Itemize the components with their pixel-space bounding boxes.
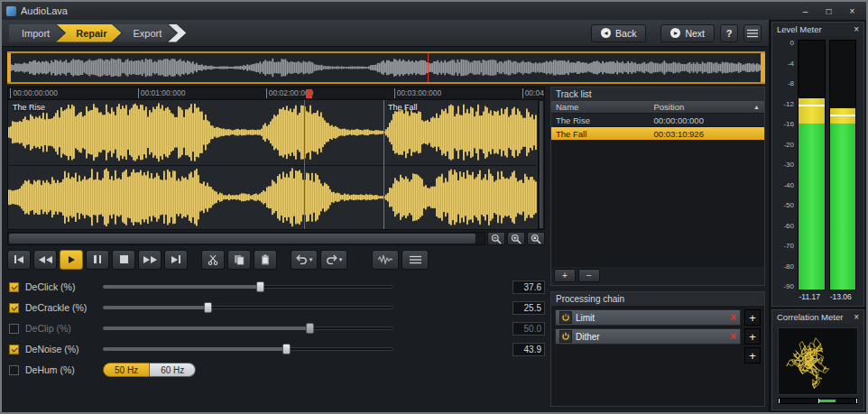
undo-dropdown-icon[interactable]: ▾ [309, 256, 313, 263]
horizontal-scrollbar[interactable] [7, 232, 485, 245]
delete-dither-icon[interactable]: × [730, 330, 736, 343]
rewind-button[interactable] [33, 250, 57, 270]
close-correlation-meter-icon[interactable]: × [854, 310, 859, 324]
power-icon [561, 332, 570, 341]
denoise-slider[interactable] [103, 344, 393, 354]
limit-power-toggle[interactable] [559, 311, 572, 324]
overview-strip[interactable] [7, 51, 765, 84]
dither-power-toggle[interactable] [559, 330, 572, 343]
decrackle-row: DeCrackle (%) 25.5 [9, 299, 545, 317]
column-header-position[interactable]: Position [653, 102, 753, 112]
app-title: AudioLava [21, 5, 68, 16]
declip-slider[interactable] [103, 323, 393, 334]
app-window: AudioLava – □ × Import Repair Export ◂ B… [0, 0, 868, 414]
decrackle-label: DeCrackle (%) [25, 302, 103, 313]
declick-checkbox[interactable] [9, 282, 19, 292]
correlation-scatter [779, 328, 857, 394]
play-icon [69, 256, 75, 263]
stop-button[interactable] [112, 250, 135, 270]
processing-chain-panel: Processing chain Limit × [550, 291, 765, 407]
declip-slider-thumb[interactable] [306, 323, 314, 334]
decrackle-value: 25.5 [512, 301, 545, 315]
close-level-meter-icon[interactable]: × [854, 23, 859, 36]
waveform-display[interactable]: The Rise The Fall [7, 99, 545, 230]
rewind-icon [39, 256, 52, 263]
fast-forward-icon [143, 256, 157, 263]
meter-values: -11.17 -13.06 [794, 292, 856, 304]
wizard-step-export[interactable]: Export [113, 24, 176, 42]
timeline-ruler[interactable]: 00:00:00:000 00:01:00:000 00:02:00:000 0… [7, 87, 545, 99]
decrackle-slider-thumb[interactable] [204, 302, 212, 313]
playhead-cursor[interactable] [304, 100, 305, 229]
remove-track-button[interactable]: − [578, 269, 600, 282]
overview-left-handle[interactable] [7, 53, 11, 82]
decrackle-checkbox[interactable] [9, 303, 19, 313]
level-meter-body: 0-4-8-12-16-20-30-40-50-60-70-80-90 [772, 36, 863, 292]
column-header-name[interactable]: Name [556, 102, 653, 112]
track-row-the-fall[interactable]: The Fall 00:03:10:926 [551, 127, 764, 141]
wizard-step-repair[interactable]: Repair [56, 24, 121, 42]
timeline-playhead-marker[interactable] [306, 89, 312, 98]
maximize-button[interactable]: □ [817, 5, 840, 18]
vertical-scrollbar[interactable] [538, 100, 544, 229]
correlation-meter-panel: Correlation Meter × [771, 309, 864, 410]
play-button[interactable] [60, 250, 83, 270]
zoom-out-button[interactable] [487, 232, 505, 245]
marker-list-button[interactable] [402, 250, 429, 270]
back-arrow-icon: ◂ [601, 28, 611, 38]
skip-start-button[interactable] [7, 250, 31, 270]
denoise-slider-thumb[interactable] [282, 344, 291, 354]
skip-end-button[interactable] [164, 250, 188, 270]
track-list-header[interactable]: Name Position ▲ [551, 101, 764, 114]
correlation-meter-title-label: Correlation Meter [777, 310, 843, 324]
add-processor-button[interactable]: + [744, 309, 761, 326]
zoom-in-button[interactable] [507, 232, 525, 245]
copy-button[interactable] [227, 250, 251, 270]
back-button[interactable]: ◂ Back [591, 24, 646, 42]
horizontal-scrollbar-thumb[interactable] [9, 234, 476, 244]
dehum-checkbox[interactable] [9, 365, 19, 375]
track-position: 00:03:10:926 [653, 129, 760, 139]
overview-waveform [7, 53, 765, 82]
redo-button[interactable]: ▾ [320, 250, 347, 270]
waveform-view-button[interactable] [372, 250, 399, 270]
add-processor-button[interactable]: + [744, 328, 761, 345]
next-button[interactable]: ▸ Next [660, 24, 715, 42]
paste-button[interactable] [254, 250, 277, 270]
decrackle-slider[interactable] [103, 302, 393, 313]
declip-checkbox[interactable] [9, 324, 19, 334]
menu-button[interactable] [743, 24, 762, 42]
vertical-scrollbar-thumb[interactable] [540, 101, 543, 228]
timeline-tick: 00:01:00:000 [138, 88, 186, 98]
minimize-button[interactable]: – [794, 5, 817, 18]
chain-item-limit[interactable]: Limit × [555, 309, 741, 326]
overview-right-handle[interactable] [761, 53, 765, 82]
denoise-checkbox[interactable] [9, 345, 19, 354]
dehum-50hz-button[interactable]: 50 Hz [103, 363, 150, 377]
declick-slider-thumb[interactable] [256, 281, 264, 292]
correlation-value-segment [818, 400, 836, 402]
pause-button[interactable] [86, 250, 109, 270]
correlation-bar [778, 398, 858, 404]
help-button[interactable]: ? [720, 24, 738, 42]
declick-slider[interactable] [103, 281, 393, 292]
dehum-60hz-button[interactable]: 60 Hz [150, 363, 196, 377]
fast-forward-button[interactable] [138, 250, 162, 270]
redo-dropdown-icon[interactable]: ▾ [339, 256, 343, 263]
meter-bar-right [829, 40, 857, 290]
zoom-fit-button[interactable] [527, 232, 545, 245]
chain-item-label: Limit [576, 313, 726, 323]
declip-value: 50.0 [512, 322, 545, 336]
meter-value-left: -11.17 [794, 292, 826, 304]
wizard-step-import[interactable]: Import [9, 24, 64, 42]
chain-item-dither[interactable]: Dither × [555, 328, 741, 345]
cut-button[interactable] [201, 250, 225, 270]
track-row-the-rise[interactable]: The Rise 00:00:00:000 [551, 114, 764, 127]
delete-limit-icon[interactable]: × [730, 311, 736, 324]
wizard-step-repair-label: Repair [76, 28, 106, 39]
add-track-button[interactable]: + [554, 269, 576, 282]
undo-button[interactable]: ▾ [291, 250, 318, 270]
close-button[interactable]: × [841, 5, 863, 18]
meter-scale: 0-4-8-12-16-20-30-40-50-60-70-80-90 [776, 40, 798, 290]
add-processor-button[interactable]: + [744, 347, 761, 363]
